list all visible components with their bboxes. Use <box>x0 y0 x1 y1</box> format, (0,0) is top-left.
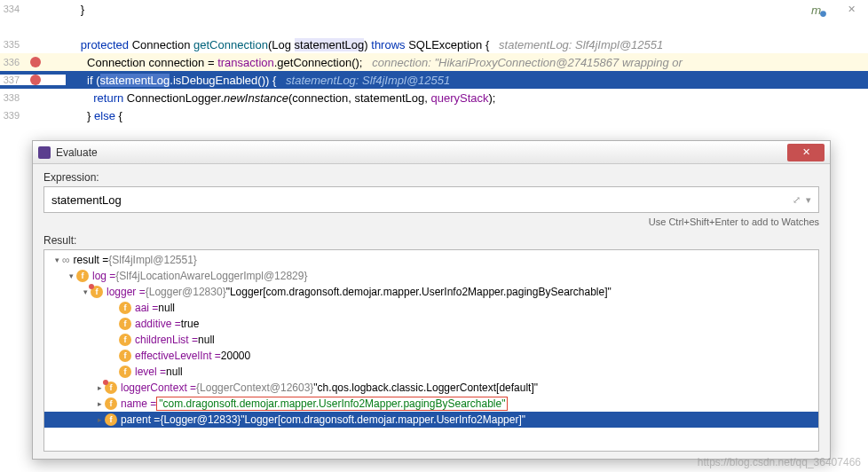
dialog-title: Evaluate <box>56 146 787 159</box>
field-icon: f <box>119 350 131 362</box>
tree-node-aai[interactable]: faai = null <box>44 300 818 316</box>
evaluate-dialog: Evaluate ✕ Expression: statementLog ⤢ ▾ … <box>32 140 831 460</box>
tree-node-logger[interactable]: ▾flogger = {Logger@12830} "Logger[com.dr… <box>44 284 818 300</box>
result-label: Result: <box>43 234 819 247</box>
field-icon: f <box>119 318 131 330</box>
tree-node-childrenList[interactable]: fchildrenList = null <box>44 332 818 348</box>
code-text: Connection connection = transaction.getC… <box>66 56 683 69</box>
evaluate-icon <box>38 146 51 159</box>
result-tree[interactable]: ▾∞result = {Slf4jImpl@12551} ▾flog = {Sl… <box>44 250 818 451</box>
tree-node-name[interactable]: ▸fname = "com.dragonsoft.demojar.mapper.… <box>44 396 818 412</box>
line-number: 337 <box>0 75 27 85</box>
tree-node-result[interactable]: ▾∞result = {Slf4jImpl@12551} <box>44 252 818 268</box>
watermark: https://blog.csdn.net/qq_36407466 <box>698 456 861 468</box>
svg-text:m: m <box>811 4 821 17</box>
watches-hint: Use Ctrl+Shift+Enter to add to Watches <box>43 216 819 227</box>
dialog-titlebar[interactable]: Evaluate ✕ <box>33 141 830 164</box>
field-icon: f <box>105 413 117 426</box>
field-icon: f <box>105 397 117 410</box>
expression-value: statementLog <box>51 193 122 207</box>
tree-node-log[interactable]: ▾flog = {Slf4jLocationAwareLoggerImpl@12… <box>44 268 818 284</box>
result-panel: ▾∞result = {Slf4jImpl@12551} ▾flog = {Sl… <box>43 249 819 452</box>
code-text: } else { <box>66 109 122 122</box>
history-dropdown-icon[interactable]: ▾ <box>806 194 811 206</box>
expression-input[interactable]: statementLog ⤢ ▾ <box>43 186 819 213</box>
field-icon: f <box>105 382 117 394</box>
line-number: 339 <box>0 110 27 121</box>
code-editor[interactable]: 334 } 335 protected Connection getConnec… <box>0 0 868 140</box>
line-number: 335 <box>0 39 27 50</box>
breakpoint-icon[interactable] <box>30 75 41 85</box>
tree-node-loggerContext[interactable]: ▸floggerContext = {LoggerContext@12603} … <box>44 380 818 396</box>
tree-node-effectiveLevelInt[interactable]: feffectiveLevelInt = 20000 <box>44 348 818 364</box>
expression-label: Expression: <box>43 171 819 184</box>
line-number: 336 <box>0 57 27 67</box>
code-text: protected Connection getConnection(Log s… <box>66 38 663 51</box>
code-text: if (statementLog.isDebugEnabled()) { sta… <box>66 74 450 87</box>
close-icon[interactable]: ✕ <box>848 4 856 15</box>
code-text: } <box>66 3 84 16</box>
close-button[interactable]: ✕ <box>787 144 825 161</box>
field-icon: f <box>91 286 103 298</box>
expand-icon[interactable]: ⤢ <box>793 194 801 206</box>
link-icon: ∞ <box>62 254 70 266</box>
line-number: 334 <box>0 4 27 14</box>
field-icon: f <box>119 366 131 378</box>
field-icon: f <box>119 334 131 346</box>
tree-node-parent[interactable]: ▸fparent = {Logger@12833} "Logger[com.dr… <box>44 412 818 428</box>
code-text: return ConnectionLogger.newInstance(conn… <box>66 91 495 105</box>
field-icon: f <box>119 302 131 314</box>
line-number: 338 <box>0 92 27 103</box>
tree-node-additive[interactable]: fadditive = true <box>44 316 818 332</box>
svg-point-1 <box>820 11 826 17</box>
field-icon: f <box>76 270 89 282</box>
breakpoint-icon[interactable] <box>30 57 41 67</box>
tool-icon[interactable]: m <box>811 2 827 18</box>
tree-node-level[interactable]: flevel = null <box>44 364 818 380</box>
